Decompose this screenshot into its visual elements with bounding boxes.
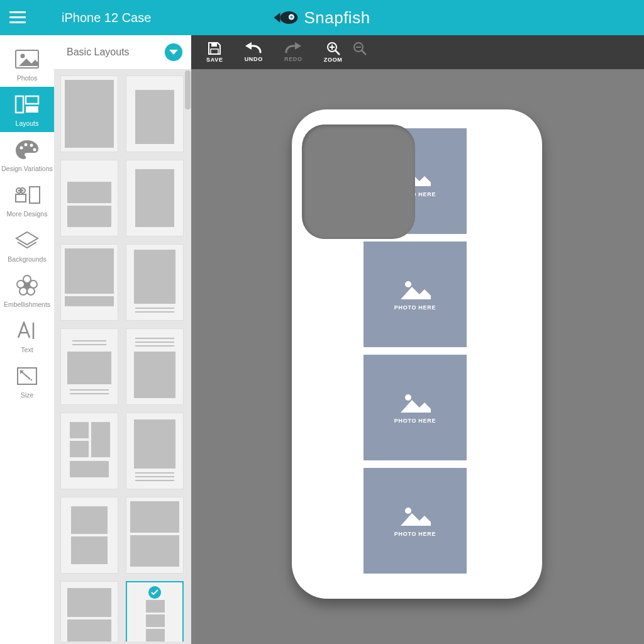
- menu-button[interactable]: [0, 11, 35, 24]
- zoom-in-icon: [326, 42, 340, 55]
- save-icon: [208, 42, 221, 55]
- zoom-in-button[interactable]: ZOOM: [324, 42, 343, 63]
- rail-item-layouts[interactable]: Layouts: [0, 87, 54, 132]
- rail-label: More Designs: [7, 210, 48, 218]
- svg-marker-9: [19, 58, 38, 66]
- svg-line-47: [362, 50, 366, 55]
- save-button[interactable]: SAVE: [206, 42, 223, 63]
- svg-rect-2: [9, 21, 26, 23]
- svg-marker-52: [401, 287, 431, 299]
- photo-slot[interactable]: PHOTO HERE: [364, 242, 467, 347]
- svg-point-15: [30, 144, 33, 147]
- rail-label: Backgrounds: [8, 255, 46, 263]
- layout-thumb[interactable]: [60, 497, 118, 574]
- layout-thumb[interactable]: [60, 244, 118, 321]
- editor-toolbar: SAVE UNDO REDO ZOOM: [191, 35, 644, 69]
- svg-marker-41: [295, 42, 301, 50]
- layout-thumb[interactable]: [126, 244, 184, 321]
- svg-rect-22: [30, 187, 40, 203]
- svg-point-29: [24, 282, 30, 289]
- layout-thumb[interactable]: [126, 328, 184, 405]
- phone-case-canvas[interactable]: PHOTO HERE PHOTO HERE PHOTO HERE PHOTO H…: [292, 109, 542, 599]
- rail-item-backgrounds[interactable]: Backgrounds: [0, 223, 54, 268]
- svg-marker-37: [169, 50, 178, 55]
- svg-point-26: [27, 287, 35, 295]
- svg-marker-54: [401, 400, 431, 413]
- svg-point-13: [20, 147, 23, 150]
- rail-item-design-variations[interactable]: Design Variations: [0, 132, 54, 177]
- tool-label: ZOOM: [324, 57, 343, 63]
- layout-thumb[interactable]: [60, 75, 118, 152]
- more-designs-icon: [13, 184, 42, 206]
- check-icon: [148, 586, 161, 599]
- zoom-out-button: [353, 42, 367, 55]
- svg-point-35: [28, 377, 30, 379]
- slot-label: PHOTO HERE: [394, 531, 436, 537]
- svg-marker-56: [401, 513, 431, 526]
- image-placeholder-icon: [399, 391, 431, 414]
- redo-icon: [285, 42, 301, 55]
- svg-point-16: [33, 148, 36, 152]
- editor-area: SAVE UNDO REDO ZOOM PHOTO HERE: [191, 35, 644, 644]
- zoom-out-icon: [353, 42, 367, 55]
- scrollbar-thumb[interactable]: [185, 70, 191, 109]
- layout-thumb[interactable]: [126, 75, 184, 152]
- layout-thumb-selected[interactable]: [126, 581, 184, 641]
- size-icon: [13, 365, 42, 387]
- svg-rect-12: [26, 106, 38, 113]
- svg-line-43: [335, 50, 340, 55]
- panel-scrollbar[interactable]: [182, 35, 191, 644]
- svg-point-53: [405, 394, 411, 401]
- photo-icon: [13, 48, 42, 70]
- backgrounds-icon: [13, 229, 42, 252]
- image-placeholder-icon: [399, 278, 431, 301]
- svg-point-8: [21, 54, 25, 58]
- rail-label: Text: [21, 346, 33, 353]
- rail-label: Layouts: [16, 119, 39, 127]
- panel-collapse-button[interactable]: [165, 43, 182, 61]
- rail-item-more-designs[interactable]: More Designs: [0, 177, 54, 223]
- photo-slot[interactable]: PHOTO HERE: [364, 355, 467, 460]
- svg-marker-4: [274, 13, 280, 23]
- layout-thumb[interactable]: [126, 497, 184, 574]
- tool-label: REDO: [284, 56, 303, 62]
- image-placeholder-icon: [399, 504, 431, 527]
- tool-label: SAVE: [206, 57, 223, 63]
- tool-rail: Photos Layouts Design Variations More De…: [0, 35, 54, 644]
- rail-item-text[interactable]: Text: [0, 313, 54, 358]
- svg-rect-10: [16, 96, 23, 113]
- rail-label: Size: [21, 391, 33, 399]
- rail-item-size[interactable]: Size: [0, 358, 54, 404]
- undo-icon: [245, 42, 262, 55]
- svg-rect-38: [211, 43, 217, 47]
- layout-thumb[interactable]: [60, 413, 118, 489]
- layout-thumbnails[interactable]: [54, 69, 191, 641]
- panel-header: Basic Layouts: [54, 35, 191, 69]
- svg-marker-40: [245, 42, 252, 50]
- fish-icon: [274, 10, 299, 25]
- svg-point-34: [26, 375, 27, 377]
- rail-label: Photos: [17, 74, 38, 82]
- svg-rect-39: [211, 49, 218, 54]
- layout-thumb[interactable]: [60, 581, 118, 641]
- product-title: iPhone 12 Case: [62, 11, 151, 25]
- layout-thumb[interactable]: [126, 413, 184, 489]
- svg-point-51: [405, 281, 411, 287]
- rail-item-photos[interactable]: Photos: [0, 42, 54, 87]
- photo-slot[interactable]: PHOTO HERE: [364, 468, 467, 574]
- flower-icon: [13, 274, 42, 297]
- svg-point-14: [25, 143, 28, 147]
- svg-rect-21: [16, 194, 26, 202]
- undo-button[interactable]: UNDO: [245, 42, 263, 62]
- layout-thumb[interactable]: [60, 328, 118, 405]
- brand-logo[interactable]: Snapfish: [274, 8, 370, 28]
- svg-point-28: [17, 280, 25, 288]
- slot-label: PHOTO HERE: [394, 418, 436, 424]
- camera-cutout: [302, 125, 415, 239]
- layout-thumb[interactable]: [60, 160, 118, 236]
- rail-item-embellishments[interactable]: Embellishments: [0, 268, 54, 313]
- svg-rect-1: [9, 16, 26, 18]
- svg-point-20: [22, 190, 24, 192]
- layout-thumb[interactable]: [126, 160, 184, 236]
- svg-rect-11: [26, 96, 38, 104]
